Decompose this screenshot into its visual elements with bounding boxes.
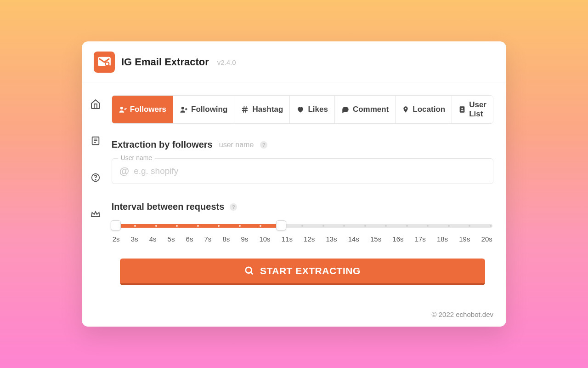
tick: 3s bbox=[131, 235, 138, 243]
at-symbol: @ bbox=[119, 165, 129, 177]
start-extracting-button[interactable]: START EXTRACTING bbox=[120, 259, 485, 285]
tick: 15s bbox=[370, 235, 381, 243]
cta-label: START EXTRACTING bbox=[260, 265, 361, 276]
help-dot-icon[interactable]: ? bbox=[230, 203, 237, 211]
mail-search-icon bbox=[97, 55, 111, 69]
svg-point-6 bbox=[181, 107, 184, 109]
tab-followers[interactable]: Followers bbox=[112, 96, 173, 123]
sidebar bbox=[82, 82, 110, 302]
sidebar-item-list[interactable] bbox=[86, 131, 105, 150]
tab-likes[interactable]: Likes bbox=[290, 96, 334, 123]
app-title: IG Email Extractor bbox=[121, 56, 209, 68]
interval-slider[interactable]: 2s 3s 4s 5s 6s 7s 8s 9s 10s 11s 12s 13s … bbox=[112, 224, 493, 243]
tick: 13s bbox=[326, 235, 337, 243]
contact-icon bbox=[458, 105, 466, 114]
help-dot-icon[interactable]: ? bbox=[260, 141, 267, 149]
tick: 5s bbox=[168, 235, 175, 243]
tick: 20s bbox=[481, 235, 492, 243]
tab-userlist[interactable]: User List bbox=[452, 96, 493, 123]
input-row: @ bbox=[112, 158, 493, 184]
tick: 11s bbox=[282, 235, 293, 243]
interval-title: Interval between requests bbox=[112, 201, 225, 212]
svg-rect-8 bbox=[460, 106, 465, 112]
main: Followers Following Hashtag Likes Commen… bbox=[110, 82, 506, 302]
tick: 8s bbox=[223, 235, 230, 243]
comment-icon bbox=[341, 105, 350, 114]
sidebar-item-premium[interactable] bbox=[86, 205, 105, 224]
svg-point-9 bbox=[462, 108, 463, 109]
app-version: v2.4.0 bbox=[217, 58, 236, 66]
section-title: Extraction by followers bbox=[112, 139, 213, 150]
home-icon bbox=[90, 98, 101, 109]
sidebar-item-home[interactable] bbox=[86, 94, 105, 114]
interval-heading: Interval between requests ? bbox=[112, 201, 493, 212]
username-input[interactable] bbox=[134, 166, 486, 176]
tab-label: Location bbox=[413, 105, 445, 114]
svg-point-5 bbox=[120, 107, 123, 109]
tab-following[interactable]: Following bbox=[173, 96, 234, 123]
slider-handle-high[interactable] bbox=[276, 220, 286, 230]
tick: 2s bbox=[113, 235, 120, 243]
footer: © 2022 echobot.dev bbox=[82, 302, 506, 327]
tick: 19s bbox=[459, 235, 470, 243]
field-label: User name bbox=[118, 154, 155, 161]
slider-track bbox=[113, 224, 492, 228]
tick: 14s bbox=[348, 235, 359, 243]
tab-label: Following bbox=[191, 105, 227, 114]
tick: 6s bbox=[186, 235, 193, 243]
tick: 4s bbox=[149, 235, 157, 243]
tab-label: Comment bbox=[353, 105, 389, 114]
tick: 18s bbox=[437, 235, 448, 243]
user-plus-icon bbox=[180, 105, 188, 114]
tabs: Followers Following Hashtag Likes Commen… bbox=[112, 95, 493, 124]
tab-label: Followers bbox=[130, 105, 166, 114]
tab-hashtag[interactable]: Hashtag bbox=[234, 96, 290, 123]
app-logo bbox=[94, 52, 115, 73]
tick: 16s bbox=[392, 235, 403, 243]
hash-icon bbox=[241, 105, 249, 114]
search-icon bbox=[244, 266, 254, 276]
svg-point-7 bbox=[405, 108, 407, 109]
heart-icon bbox=[296, 105, 305, 114]
tick: 9s bbox=[241, 235, 248, 243]
svg-point-10 bbox=[246, 267, 252, 273]
crown-icon bbox=[90, 209, 101, 220]
tick: 12s bbox=[304, 235, 315, 243]
tick: 7s bbox=[204, 235, 212, 243]
help-icon bbox=[90, 172, 101, 183]
tab-comment[interactable]: Comment bbox=[335, 96, 396, 123]
section-hint: user name bbox=[219, 141, 254, 149]
app-window: IG Email Extractor v2.4.0 Followers bbox=[82, 41, 506, 327]
tab-label: User List bbox=[469, 100, 486, 119]
location-icon bbox=[402, 105, 409, 114]
sidebar-item-help[interactable] bbox=[86, 168, 105, 187]
svg-point-4 bbox=[96, 179, 96, 180]
tab-label: Hashtag bbox=[252, 105, 283, 114]
body: Followers Following Hashtag Likes Commen… bbox=[82, 82, 506, 302]
tick: 17s bbox=[415, 235, 426, 243]
list-icon bbox=[90, 136, 101, 146]
slider-dots bbox=[113, 224, 492, 228]
slider-handle-low[interactable] bbox=[111, 220, 121, 230]
tab-label: Likes bbox=[308, 105, 328, 114]
tick: 10s bbox=[259, 235, 270, 243]
user-check-icon bbox=[119, 105, 127, 114]
tab-location[interactable]: Location bbox=[396, 96, 452, 123]
username-field: User name @ bbox=[112, 158, 493, 184]
svg-point-1 bbox=[105, 62, 109, 66]
slider-ticks: 2s 3s 4s 5s 6s 7s 8s 9s 10s 11s 12s 13s … bbox=[113, 235, 492, 243]
extraction-heading: Extraction by followers user name ? bbox=[112, 139, 493, 150]
header: IG Email Extractor v2.4.0 bbox=[82, 41, 506, 82]
